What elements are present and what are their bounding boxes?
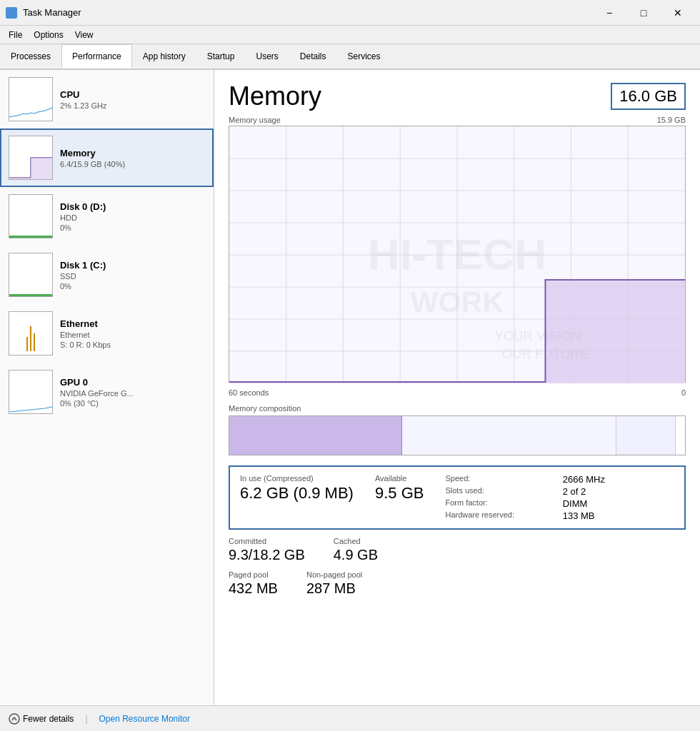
menubar: File Options View — [0, 26, 700, 44]
available-value: 9.5 GB — [375, 484, 424, 503]
committed-col: Committed 9.3/18.2 GB — [229, 537, 305, 563]
titlebar-title: Task Manager — [23, 7, 81, 18]
paged-col: Paged pool 432 MB — [229, 570, 278, 597]
menu-options[interactable]: Options — [28, 29, 69, 41]
tab-users[interactable]: Users — [245, 44, 289, 69]
paged-label: Paged pool — [229, 570, 278, 579]
disk1-info: Disk 1 (C:) SSD 0% — [60, 260, 205, 291]
main-layout: CPU 2% 1.23 GHz Memory 6.4/15.9 GB (40%) — [0, 70, 700, 705]
form-label: Form factor: — [445, 498, 556, 509]
sidebar-item-disk0[interactable]: Disk 0 (D:) HDD 0% — [0, 187, 214, 246]
svg-rect-4 — [9, 236, 52, 238]
menu-view[interactable]: View — [69, 29, 99, 41]
paged-value: 432 MB — [229, 580, 278, 597]
gpu-model: NVIDIA GeForce G... — [60, 389, 205, 398]
svg-rect-0 — [9, 78, 52, 121]
slots-label: Slots used: — [445, 486, 556, 497]
memory-thumbnail — [9, 136, 53, 180]
chart-max: 15.9 GB — [657, 116, 686, 124]
titlebar-left: Task Manager — [6, 7, 81, 19]
in-use-col: In use (Compressed) 6.2 GB (0.9 MB) — [240, 474, 354, 503]
disk0-info: Disk 0 (D:) HDD 0% — [60, 201, 205, 232]
tab-app-history[interactable]: App history — [132, 44, 196, 69]
sidebar-item-cpu[interactable]: CPU 2% 1.23 GHz — [0, 70, 214, 128]
tab-details[interactable]: Details — [289, 44, 337, 69]
svg-point-32 — [9, 714, 19, 724]
memory-total-box: 16.0 GB — [611, 83, 686, 110]
cached-col: Cached 4.9 GB — [334, 537, 378, 563]
disk1-thumbnail — [9, 253, 53, 297]
svg-text:YOUR VISION: YOUR VISION — [495, 328, 581, 343]
disk0-name: Disk 0 (D:) — [60, 201, 205, 212]
in-use-value: 6.2 GB (0.9 MB) — [240, 484, 354, 503]
gpu-info: GPU 0 NVIDIA GeForce G... 0% (30 °C) — [60, 377, 205, 408]
memory-chart-wrapper: HI-TECH WORK YOUR VISION OUR FUTURE — [229, 126, 686, 383]
svg-rect-5 — [9, 253, 52, 296]
sidebar-item-ethernet[interactable]: Ethernet Ethernet S: 0 R: 0 Kbps — [0, 304, 214, 363]
bottombar: Fewer details | Open Resource Monitor — [0, 705, 700, 731]
comp-cached — [616, 416, 676, 455]
ethernet-type: Ethernet — [60, 331, 205, 339]
minimize-button[interactable]: − — [593, 3, 626, 23]
cpu-info: CPU 2% 1.23 GHz — [60, 89, 205, 110]
disk0-usage: 0% — [60, 223, 205, 232]
hw-reserved-label: Hardware reserved: — [445, 510, 556, 521]
open-resource-monitor-link[interactable]: Open Resource Monitor — [99, 714, 190, 724]
sidebar-item-gpu[interactable]: GPU 0 NVIDIA GeForce G... 0% (30 °C) — [0, 363, 214, 421]
disk1-type: SSD — [60, 272, 205, 281]
in-use-label: In use (Compressed) — [240, 474, 354, 483]
comp-reserved — [676, 416, 685, 455]
disk1-usage: 0% — [60, 282, 205, 291]
gpu-usage: 0% (30 °C) — [60, 399, 205, 408]
comp-available — [402, 416, 616, 455]
separator: | — [85, 714, 87, 724]
tab-performance[interactable]: Performance — [61, 44, 132, 69]
tab-startup[interactable]: Startup — [196, 44, 246, 69]
committed-value: 9.3/18.2 GB — [229, 547, 305, 563]
extra-stats-row: Committed 9.3/18.2 GB Cached 4.9 GB — [229, 537, 686, 563]
page-title: Memory — [229, 81, 321, 111]
titlebar: Task Manager − □ ✕ — [0, 0, 700, 26]
content-area: Memory 16.0 GB Memory usage 15.9 GB — [214, 70, 700, 705]
nonpaged-value: 287 MB — [306, 580, 362, 597]
menu-file[interactable]: File — [3, 29, 28, 41]
tab-processes[interactable]: Processes — [0, 44, 61, 69]
svg-text:OUR FUTURE: OUR FUTURE — [502, 346, 589, 361]
chevron-up-icon — [9, 713, 20, 725]
slots-value: 2 of 2 — [563, 486, 674, 497]
cpu-thumbnail — [9, 77, 53, 121]
stats-box: In use (Compressed) 6.2 GB (0.9 MB) Avai… — [229, 465, 686, 530]
time-label-right: 0 — [681, 388, 686, 397]
speed-value: 2666 MHz — [563, 474, 674, 485]
nonpaged-col: Non-paged pool 287 MB — [306, 570, 362, 597]
fewer-details-button[interactable]: Fewer details — [9, 713, 74, 725]
hw-reserved-value: 133 MB — [563, 510, 674, 521]
time-label-left: 60 seconds — [229, 388, 269, 397]
cpu-detail: 2% 1.23 GHz — [60, 101, 205, 110]
composition-bar — [229, 415, 686, 455]
maximize-button[interactable]: □ — [627, 3, 660, 23]
disk0-type: HDD — [60, 213, 205, 222]
close-button[interactable]: ✕ — [661, 3, 694, 23]
chart-time-row: 60 seconds 0 — [229, 388, 686, 397]
sidebar: CPU 2% 1.23 GHz Memory 6.4/15.9 GB (40%) — [0, 70, 214, 705]
disk0-thumbnail — [9, 194, 53, 238]
svg-rect-3 — [9, 195, 52, 238]
fewer-details-label: Fewer details — [23, 714, 74, 724]
memory-detail: 6.4/15.9 GB (40%) — [60, 160, 205, 168]
ethernet-info: Ethernet Ethernet S: 0 R: 0 Kbps — [60, 318, 205, 349]
svg-rect-6 — [9, 294, 52, 296]
sidebar-item-memory[interactable]: Memory 6.4/15.9 GB (40%) — [0, 128, 214, 187]
available-col: Available 9.5 GB — [375, 474, 424, 503]
svg-rect-11 — [9, 370, 52, 413]
chart-label: Memory usage — [229, 116, 281, 124]
disk1-name: Disk 1 (C:) — [60, 260, 205, 271]
memory-name: Memory — [60, 148, 205, 158]
sidebar-item-disk1[interactable]: Disk 1 (C:) SSD 0% — [0, 246, 214, 304]
svg-text:WORK: WORK — [411, 286, 504, 318]
ethernet-name: Ethernet — [60, 318, 205, 329]
speed-label: Speed: — [445, 474, 556, 485]
comp-in-use — [229, 416, 402, 455]
tab-services[interactable]: Services — [337, 44, 391, 69]
composition-label: Memory composition — [229, 404, 686, 413]
